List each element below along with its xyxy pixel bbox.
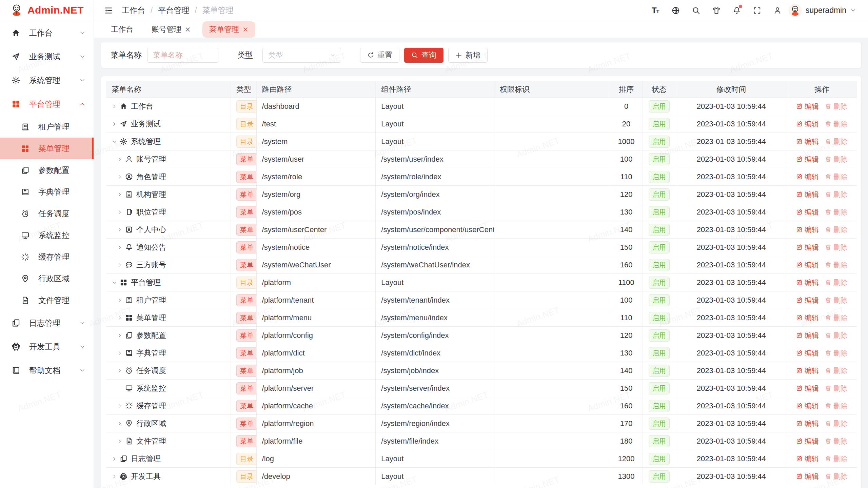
sidebar-item-help[interactable]: 帮助文档	[0, 359, 94, 382]
sidebar-item-log[interactable]: 日志管理	[0, 311, 94, 335]
sidebar-subitem-tenant[interactable]: 租户管理	[0, 116, 94, 138]
delete-button[interactable]: 删除	[825, 472, 848, 481]
reset-button[interactable]: 重置	[360, 48, 399, 63]
tree-expand-icon[interactable]	[117, 209, 122, 215]
delete-button[interactable]: 删除	[825, 296, 848, 305]
edit-button[interactable]: 编辑	[796, 190, 819, 199]
delete-button[interactable]: 删除	[825, 260, 848, 270]
delete-button[interactable]: 删除	[825, 155, 848, 164]
close-icon[interactable]	[242, 26, 249, 33]
sidebar-subitem-menu[interactable]: 菜单管理	[0, 138, 94, 159]
delete-button[interactable]: 删除	[825, 348, 848, 358]
tree-expand-icon[interactable]	[112, 121, 117, 127]
font-size-button[interactable]: TT	[648, 3, 663, 18]
collapse-menu-icon[interactable]	[104, 6, 113, 15]
tree-expand-icon[interactable]	[112, 280, 117, 285]
edit-button[interactable]: 编辑	[796, 348, 819, 358]
edit-button[interactable]: 编辑	[796, 366, 819, 375]
type-select[interactable]: 类型	[262, 48, 341, 63]
edit-button[interactable]: 编辑	[796, 313, 819, 323]
tree-expand-icon[interactable]	[117, 368, 122, 373]
delete-button[interactable]: 删除	[825, 102, 848, 111]
edit-button[interactable]: 编辑	[796, 207, 819, 217]
user-menu[interactable]: superadmin	[789, 4, 856, 17]
tree-expand-icon[interactable]	[117, 439, 122, 444]
tree-expand-icon[interactable]	[117, 262, 122, 268]
tree-expand-icon[interactable]	[117, 421, 122, 426]
tree-expand-icon[interactable]	[117, 403, 122, 409]
edit-button[interactable]: 编辑	[796, 436, 819, 446]
edit-button[interactable]: 编辑	[796, 296, 819, 305]
sidebar-item-system[interactable]: 系统管理	[0, 68, 94, 92]
tree-expand-icon[interactable]	[117, 192, 122, 197]
tree-expand-icon[interactable]	[117, 333, 122, 338]
tree-expand-icon[interactable]	[117, 227, 122, 232]
edit-button[interactable]: 编辑	[796, 331, 819, 340]
sidebar-subitem-file[interactable]: 文件管理	[0, 289, 94, 311]
edit-button[interactable]: 编辑	[796, 137, 819, 146]
delete-button[interactable]: 删除	[825, 454, 848, 464]
tree-expand-icon[interactable]	[117, 245, 122, 250]
tree-expand-icon[interactable]	[117, 350, 122, 356]
sidebar-subitem-server[interactable]: 系统监控	[0, 224, 94, 246]
tree-expand-icon[interactable]	[112, 456, 117, 462]
tree-expand-icon[interactable]	[112, 139, 117, 144]
edit-button[interactable]: 编辑	[796, 155, 819, 164]
sidebar-subitem-region[interactable]: 行政区域	[0, 268, 94, 289]
search-button[interactable]: 查询	[404, 48, 443, 63]
edit-button[interactable]: 编辑	[796, 472, 819, 481]
tree-expand-icon[interactable]	[117, 174, 122, 180]
delete-button[interactable]: 删除	[825, 331, 848, 340]
tab-menu[interactable]: 菜单管理	[202, 21, 255, 38]
delete-button[interactable]: 删除	[825, 243, 848, 252]
delete-button[interactable]: 删除	[825, 384, 848, 393]
tab-workbench[interactable]: 工作台	[104, 21, 140, 38]
sidebar-subitem-cache[interactable]: 缓存管理	[0, 246, 94, 268]
sidebar-item-workbench[interactable]: 工作台	[0, 21, 94, 45]
delete-button[interactable]: 删除	[825, 366, 848, 375]
edit-button[interactable]: 编辑	[796, 384, 819, 393]
fullscreen-button[interactable]	[749, 3, 765, 18]
edit-button[interactable]: 编辑	[796, 454, 819, 464]
sidebar-item-develop[interactable]: 开发工具	[0, 335, 94, 359]
breadcrumb-item[interactable]: 平台管理	[158, 5, 189, 16]
sidebar-item-platform[interactable]: 平台管理	[0, 92, 94, 116]
tree-expand-icon[interactable]	[112, 474, 117, 479]
delete-button[interactable]: 删除	[825, 278, 848, 287]
breadcrumb-item[interactable]: 工作台	[122, 5, 145, 16]
language-button[interactable]	[668, 3, 684, 18]
edit-button[interactable]: 编辑	[796, 225, 819, 235]
delete-button[interactable]: 删除	[825, 137, 848, 146]
delete-button[interactable]: 删除	[825, 207, 848, 217]
edit-button[interactable]: 编辑	[796, 172, 819, 182]
close-icon[interactable]	[185, 26, 191, 33]
search-button[interactable]	[688, 3, 704, 18]
delete-button[interactable]: 删除	[825, 119, 848, 129]
theme-button[interactable]	[709, 3, 724, 18]
delete-button[interactable]: 删除	[825, 436, 848, 446]
sidebar-subitem-config[interactable]: 参数配置	[0, 159, 94, 181]
edit-button[interactable]: 编辑	[796, 401, 819, 411]
profile-button[interactable]	[770, 3, 785, 18]
tree-expand-icon[interactable]	[117, 315, 122, 321]
delete-button[interactable]: 删除	[825, 313, 848, 323]
delete-button[interactable]: 删除	[825, 225, 848, 235]
edit-button[interactable]: 编辑	[796, 102, 819, 111]
edit-button[interactable]: 编辑	[796, 243, 819, 252]
edit-button[interactable]: 编辑	[796, 278, 819, 287]
app-logo[interactable]: Admin.NET	[0, 0, 94, 20]
notification-button[interactable]	[729, 3, 745, 18]
tree-expand-icon[interactable]	[117, 298, 122, 303]
delete-button[interactable]: 删除	[825, 172, 848, 182]
tree-expand-icon[interactable]	[117, 157, 122, 162]
delete-button[interactable]: 删除	[825, 419, 848, 428]
sidebar-subitem-dict[interactable]: 字典管理	[0, 181, 94, 203]
add-button[interactable]: 新增	[448, 48, 488, 63]
delete-button[interactable]: 删除	[825, 401, 848, 411]
edit-button[interactable]: 编辑	[796, 419, 819, 428]
sidebar-subitem-job[interactable]: 任务调度	[0, 203, 94, 224]
tree-expand-icon[interactable]	[112, 104, 117, 109]
edit-button[interactable]: 编辑	[796, 260, 819, 270]
sidebar-item-business-test[interactable]: 业务测试	[0, 45, 94, 68]
tab-account[interactable]: 账号管理	[145, 21, 198, 38]
